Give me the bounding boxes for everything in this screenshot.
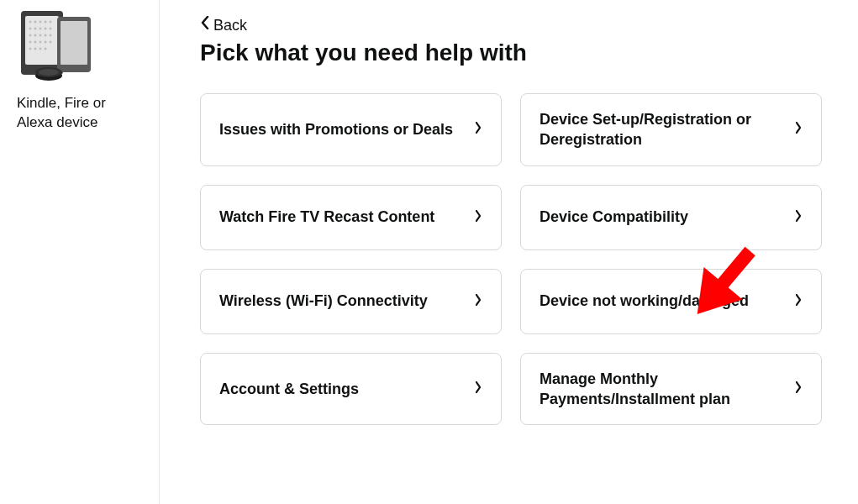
svg-point-14 bbox=[39, 34, 42, 37]
option-device-not-working[interactable]: Device not working/damaged bbox=[520, 269, 822, 334]
option-account-settings[interactable]: Account & Settings bbox=[200, 353, 502, 426]
svg-point-4 bbox=[39, 21, 42, 24]
option-label: Device not working/damaged bbox=[540, 291, 764, 311]
svg-point-10 bbox=[45, 28, 47, 30]
option-label: Watch Fire TV Recast Content bbox=[219, 207, 450, 227]
back-button[interactable]: Back bbox=[200, 17, 247, 34]
chevron-right-icon bbox=[796, 122, 802, 137]
svg-point-18 bbox=[34, 41, 37, 44]
page-title: Pick what you need help with bbox=[200, 39, 824, 66]
chevron-right-icon bbox=[796, 210, 802, 225]
svg-point-2 bbox=[29, 21, 32, 24]
chevron-right-icon bbox=[476, 122, 482, 137]
svg-point-17 bbox=[29, 41, 32, 44]
svg-point-12 bbox=[29, 34, 32, 37]
svg-point-22 bbox=[29, 48, 32, 50]
chevron-right-icon bbox=[476, 210, 482, 225]
svg-point-19 bbox=[39, 41, 42, 44]
option-wifi-connectivity[interactable]: Wireless (Wi-Fi) Connectivity bbox=[200, 269, 502, 334]
option-label: Device Set-up/Registration or Deregistra… bbox=[540, 109, 794, 150]
page-layout: Kindle, Fire or Alexa device Back Pick w… bbox=[0, 0, 858, 504]
back-label: Back bbox=[213, 17, 247, 34]
svg-point-21 bbox=[50, 41, 52, 44]
sidebar: Kindle, Fire or Alexa device bbox=[0, 0, 160, 504]
sidebar-caption: Kindle, Fire or Alexa device bbox=[17, 94, 142, 133]
svg-point-30 bbox=[39, 69, 59, 76]
svg-point-8 bbox=[34, 28, 37, 30]
device-image bbox=[17, 8, 92, 84]
chevron-right-icon bbox=[476, 294, 482, 309]
svg-point-20 bbox=[45, 41, 47, 44]
option-fire-tv-recast[interactable]: Watch Fire TV Recast Content bbox=[200, 185, 502, 250]
option-device-compatibility[interactable]: Device Compatibility bbox=[520, 185, 822, 250]
svg-rect-27 bbox=[61, 21, 87, 65]
main-content: Back Pick what you need help with Issues… bbox=[160, 0, 858, 504]
svg-point-3 bbox=[34, 21, 37, 24]
options-grid: Issues with Promotions or Deals Device S… bbox=[200, 93, 822, 425]
svg-point-5 bbox=[45, 21, 47, 24]
svg-point-25 bbox=[45, 48, 47, 50]
svg-rect-1 bbox=[25, 16, 59, 65]
svg-point-13 bbox=[34, 34, 37, 37]
option-manage-payments[interactable]: Manage Monthly Payments/Installment plan bbox=[520, 353, 822, 426]
option-label: Account & Settings bbox=[219, 379, 374, 399]
option-label: Issues with Promotions or Deals bbox=[219, 119, 468, 139]
option-label: Wireless (Wi-Fi) Connectivity bbox=[219, 291, 443, 311]
svg-point-15 bbox=[45, 34, 47, 37]
option-device-setup[interactable]: Device Set-up/Registration or Deregistra… bbox=[520, 93, 822, 166]
chevron-right-icon bbox=[796, 294, 802, 309]
svg-point-23 bbox=[34, 48, 37, 50]
svg-point-7 bbox=[29, 28, 32, 30]
chevron-right-icon bbox=[796, 381, 802, 396]
svg-point-16 bbox=[50, 34, 52, 37]
option-label: Device Compatibility bbox=[540, 207, 703, 227]
svg-point-6 bbox=[50, 21, 52, 24]
chevron-right-icon bbox=[476, 381, 482, 396]
option-issues-promotions[interactable]: Issues with Promotions or Deals bbox=[200, 93, 502, 166]
option-label: Manage Monthly Payments/Installment plan bbox=[540, 369, 794, 410]
svg-point-11 bbox=[50, 28, 52, 30]
chevron-left-icon bbox=[200, 16, 210, 34]
svg-point-24 bbox=[39, 48, 42, 50]
svg-point-9 bbox=[39, 28, 42, 30]
